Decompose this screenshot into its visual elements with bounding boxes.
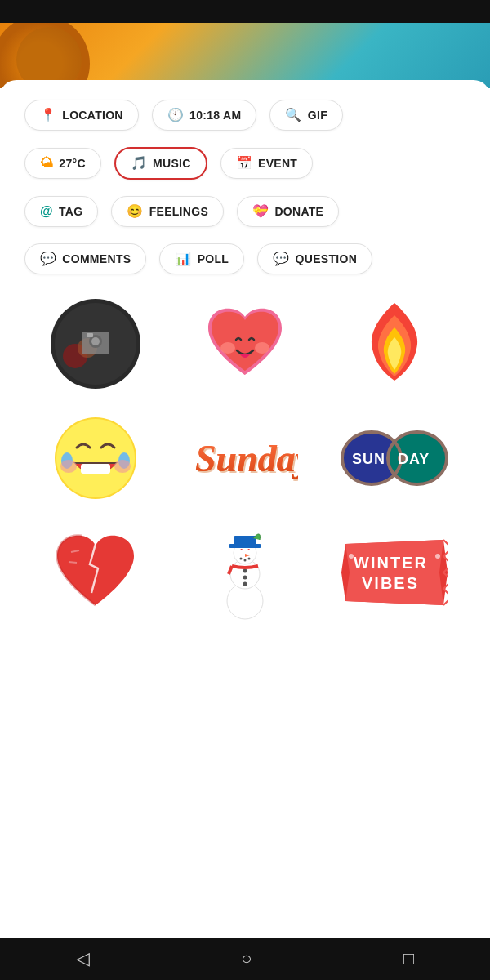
sun-icon: 🌤 bbox=[40, 157, 53, 170]
sticker-row-3: @ TAG 😊 FEELINGS 💝 DONATE bbox=[24, 196, 466, 227]
sticker-card: 📍 LOCATION 🕙 10:18 AM 🔍 GIF 🌤 27°C 🎵 MUS… bbox=[0, 80, 490, 645]
time-button[interactable]: 🕙 10:18 AM bbox=[152, 100, 257, 131]
weather-label: 27°C bbox=[59, 157, 85, 170]
svg-point-39 bbox=[243, 582, 247, 586]
weather-button[interactable]: 🌤 27°C bbox=[24, 148, 101, 179]
sticker-image-grid: Sunday Sunday Sunday bbox=[24, 291, 466, 626]
poll-label: POLL bbox=[198, 252, 229, 265]
svg-point-35 bbox=[243, 559, 246, 562]
heart-icon: 💝 bbox=[252, 205, 269, 218]
sticker-row-4: 💬 COMMENTS 📊 POLL 💬 QUESTION bbox=[24, 243, 466, 274]
photo-sticker-cell[interactable] bbox=[24, 291, 166, 397]
laugh-sticker-svg bbox=[51, 413, 140, 503]
svg-point-43 bbox=[435, 554, 440, 559]
svg-point-8 bbox=[220, 342, 235, 354]
clock-icon: 🕙 bbox=[167, 109, 184, 122]
question-label: QUESTION bbox=[296, 252, 358, 265]
calendar-icon: 📅 bbox=[236, 157, 252, 170]
fire-sticker-svg bbox=[354, 295, 435, 393]
winter-vibes-svg: WINTER VIBES bbox=[341, 528, 448, 617]
recent-apps-button[interactable]: □ bbox=[403, 948, 414, 969]
bottom-nav: ◁ ○ □ bbox=[0, 938, 490, 980]
sunday-glasses-cell[interactable]: SUN DAY bbox=[324, 405, 466, 511]
svg-point-15 bbox=[60, 460, 77, 473]
location-label: LOCATION bbox=[62, 109, 122, 122]
donate-button[interactable]: 💝 DONATE bbox=[237, 196, 339, 227]
svg-point-34 bbox=[239, 558, 242, 560]
svg-text:WINTER: WINTER bbox=[354, 554, 428, 572]
poll-button[interactable]: 📊 POLL bbox=[159, 243, 244, 274]
svg-rect-12 bbox=[81, 464, 110, 474]
heart-sticker-cell[interactable] bbox=[174, 291, 315, 397]
svg-text:Sunday: Sunday bbox=[195, 438, 298, 479]
fire-sticker-cell[interactable] bbox=[324, 291, 466, 397]
comments-button[interactable]: 💬 COMMENTS bbox=[24, 243, 146, 274]
search-icon: 🔍 bbox=[285, 109, 301, 122]
snowman-cell[interactable] bbox=[174, 519, 315, 626]
svg-text:SUN: SUN bbox=[352, 451, 385, 467]
feelings-label: FEELINGS bbox=[149, 205, 208, 218]
at-icon: @ bbox=[40, 205, 53, 218]
winter-vibes-cell[interactable]: WINTER VIBES bbox=[324, 519, 466, 626]
svg-point-36 bbox=[247, 558, 250, 560]
svg-point-16 bbox=[114, 460, 131, 473]
svg-text:VIBES: VIBES bbox=[362, 574, 419, 592]
laugh-sticker-cell[interactable] bbox=[24, 405, 166, 511]
question-button[interactable]: 💬 QUESTION bbox=[257, 243, 372, 274]
svg-rect-33 bbox=[229, 544, 261, 548]
header-image bbox=[0, 23, 490, 88]
winter-heart-svg bbox=[51, 528, 140, 617]
home-button[interactable]: ○ bbox=[241, 948, 252, 969]
comments-icon: 💬 bbox=[40, 252, 56, 265]
comments-label: COMMENTS bbox=[62, 252, 131, 265]
event-button[interactable]: 📅 EVENT bbox=[220, 148, 314, 179]
back-button[interactable]: ◁ bbox=[76, 948, 90, 969]
photo-sticker-svg bbox=[51, 299, 140, 389]
status-bar bbox=[0, 0, 490, 23]
svg-rect-7 bbox=[87, 333, 93, 337]
music-button[interactable]: 🎵 MUSIC bbox=[114, 147, 207, 180]
sunday-glasses-svg: SUN DAY bbox=[337, 425, 452, 491]
location-icon: 📍 bbox=[40, 109, 56, 122]
svg-point-42 bbox=[349, 554, 354, 559]
question-icon: 💬 bbox=[273, 252, 289, 265]
music-label: MUSIC bbox=[153, 157, 191, 170]
svg-point-6 bbox=[91, 337, 100, 345]
gif-label: GIF bbox=[308, 109, 327, 122]
winter-heart-cell[interactable] bbox=[24, 519, 166, 626]
svg-point-37 bbox=[243, 569, 247, 573]
heart-sticker-svg bbox=[200, 297, 290, 391]
svg-point-9 bbox=[255, 342, 270, 354]
music-icon: 🎵 bbox=[131, 157, 147, 170]
feelings-icon: 😊 bbox=[127, 205, 143, 218]
tag-button[interactable]: @ TAG bbox=[24, 196, 98, 227]
donate-label: DONATE bbox=[274, 205, 323, 218]
feelings-button[interactable]: 😊 FEELINGS bbox=[111, 196, 224, 227]
snowman-svg bbox=[204, 523, 286, 621]
time-label: 10:18 AM bbox=[189, 109, 241, 122]
event-label: EVENT bbox=[258, 157, 297, 170]
sunday-svg: Sunday Sunday Sunday bbox=[192, 430, 298, 487]
sunday-sticker-cell[interactable]: Sunday Sunday Sunday bbox=[174, 405, 315, 511]
gif-button[interactable]: 🔍 GIF bbox=[270, 100, 343, 131]
tag-label: TAG bbox=[59, 205, 82, 218]
sticker-row-1: 📍 LOCATION 🕙 10:18 AM 🔍 GIF bbox=[24, 100, 466, 131]
poll-icon: 📊 bbox=[175, 252, 191, 265]
sticker-row-2: 🌤 27°C 🎵 MUSIC 📅 EVENT bbox=[24, 147, 466, 180]
svg-text:DAY: DAY bbox=[398, 451, 430, 467]
location-button[interactable]: 📍 LOCATION bbox=[24, 100, 139, 131]
svg-point-38 bbox=[243, 576, 247, 580]
